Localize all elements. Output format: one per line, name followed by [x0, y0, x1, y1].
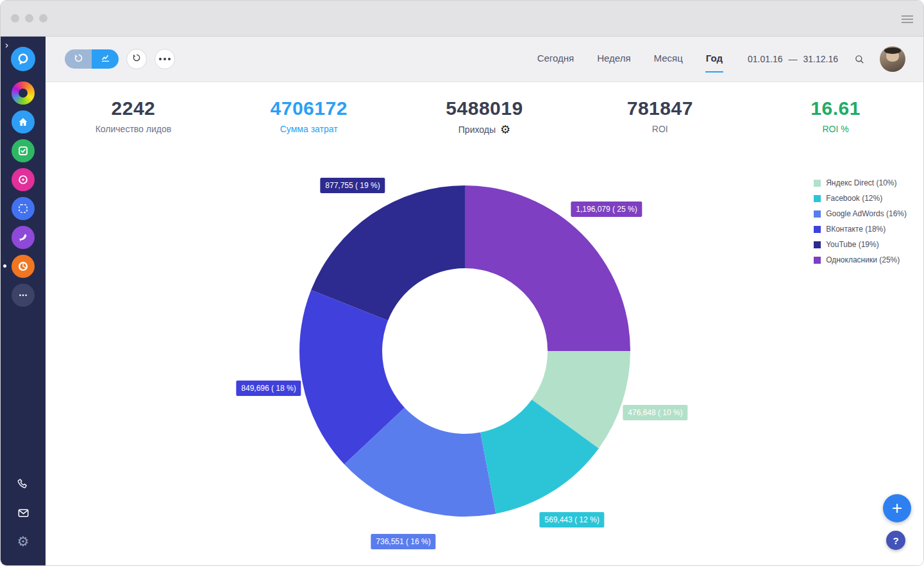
- window-minimize-button[interactable]: [25, 14, 33, 22]
- toolbar: Сегодня Неделя Месяц Год 01.01.16 — 31.1…: [46, 37, 923, 82]
- legend-label: ВКонтакте (18%): [826, 225, 886, 234]
- refresh-icon: [131, 53, 142, 65]
- app-window: ›: [0, 0, 924, 566]
- search-icon[interactable]: [853, 53, 866, 65]
- sidebar-expand-chevron-icon[interactable]: ›: [5, 39, 8, 50]
- slice-callout-ВКонтакте: 849,696 ( 18 %): [236, 381, 301, 396]
- add-button[interactable]: +: [883, 494, 911, 522]
- sidebar-item-analytics[interactable]: [12, 255, 35, 278]
- tab-week[interactable]: Неделя: [596, 46, 631, 73]
- sidebar-item-chat-logo[interactable]: [11, 47, 35, 71]
- legend-item[interactable]: YouTube (19%): [814, 240, 907, 249]
- donut-chart[interactable]: [297, 183, 633, 519]
- legend-label: Яндекс Direct (10%): [826, 178, 896, 187]
- dashboard-content: 2242 Количество лидов 4706172 Сумма затр…: [46, 82, 923, 566]
- view-mode-segmented-control: [65, 49, 119, 69]
- sidebar-item-target[interactable]: [12, 168, 35, 191]
- bird-icon: [16, 230, 30, 244]
- sidebar-item-tasks[interactable]: [12, 139, 35, 162]
- date-range[interactable]: 01.01.16 — 31.12.16: [748, 54, 838, 64]
- period-tabs: Сегодня Неделя Месяц Год: [537, 46, 723, 73]
- refresh-button[interactable]: [126, 49, 147, 69]
- tab-month[interactable]: Месяц: [653, 46, 684, 73]
- settings-gear-icon[interactable]: ⚙: [15, 534, 31, 549]
- ellipsis-icon: [16, 288, 30, 302]
- user-avatar[interactable]: [880, 46, 905, 72]
- more-options-button[interactable]: [155, 49, 175, 69]
- legend-swatch: [814, 180, 821, 187]
- date-separator: —: [789, 54, 798, 64]
- sidebar-item-home[interactable]: [12, 110, 35, 133]
- checkbox-icon: [16, 144, 30, 158]
- line-chart-icon: [100, 53, 111, 66]
- legend-swatch: [814, 195, 821, 202]
- sync-view-button[interactable]: [65, 49, 92, 69]
- chart-area: 1,196,079 ( 25 %)476,648 ( 10 %)569,443 …: [46, 82, 923, 566]
- menu-icon[interactable]: [902, 15, 913, 23]
- sidebar-item-more[interactable]: [12, 284, 35, 307]
- target-icon: [16, 173, 30, 187]
- help-button[interactable]: ?: [886, 531, 905, 550]
- legend-swatch: [814, 257, 821, 264]
- sidebar-item-messenger[interactable]: [12, 226, 35, 249]
- titlebar: [1, 1, 923, 37]
- legend-label: Однокласники (25%): [826, 255, 900, 264]
- active-app-indicator: [3, 264, 6, 268]
- phone-icon[interactable]: [15, 476, 31, 492]
- dashed-square-icon: [16, 202, 30, 216]
- sidebar-item-board[interactable]: [12, 197, 35, 220]
- sync-icon: [73, 53, 84, 66]
- legend-item[interactable]: Однокласники (25%): [814, 255, 907, 264]
- window-zoom-button[interactable]: [39, 14, 47, 22]
- slice-callout-Яндекс Direct: 476,648 ( 10 %): [623, 405, 687, 420]
- tab-year[interactable]: Год: [705, 46, 723, 73]
- window-controls: [11, 14, 47, 22]
- legend-label: Google AdWords (16%): [826, 209, 907, 218]
- legend-item[interactable]: Яндекс Direct (10%): [814, 178, 907, 187]
- legend-item[interactable]: Facebook (12%): [814, 194, 907, 203]
- legend-label: YouTube (19%): [826, 240, 879, 249]
- window-close-button[interactable]: [11, 14, 19, 22]
- date-start[interactable]: 01.01.16: [748, 54, 783, 64]
- date-end[interactable]: 31.12.16: [803, 54, 839, 64]
- chat-bubble-icon: [15, 51, 31, 67]
- mail-icon[interactable]: [15, 505, 31, 520]
- donut-stats-icon: [16, 259, 30, 273]
- slice-callout-YouTube: 877,755 ( 19 %): [320, 178, 385, 193]
- legend-item[interactable]: ВКонтакте (18%): [814, 225, 907, 234]
- legend-swatch: [814, 226, 821, 233]
- app-sidebar: ›: [1, 37, 46, 566]
- chart-view-button[interactable]: [92, 49, 119, 69]
- legend-swatch: [814, 241, 821, 248]
- chart-legend: Яндекс Direct (10%)Facebook (12%)Google …: [814, 178, 907, 271]
- slice-callout-Однокласники: 1,196,079 ( 25 %): [571, 202, 642, 217]
- legend-label: Facebook (12%): [826, 194, 882, 203]
- ellipsis-icon: [159, 58, 171, 60]
- legend-item[interactable]: Google AdWords (16%): [814, 209, 907, 218]
- slice-callout-Facebook: 569,443 ( 12 %): [539, 512, 604, 527]
- tab-today[interactable]: Сегодня: [537, 46, 575, 73]
- slice-callout-Google AdWords: 736,551 ( 16 %): [371, 534, 435, 549]
- home-icon: [16, 115, 30, 129]
- legend-swatch: [814, 210, 821, 218]
- sidebar-item-apps[interactable]: [12, 81, 35, 105]
